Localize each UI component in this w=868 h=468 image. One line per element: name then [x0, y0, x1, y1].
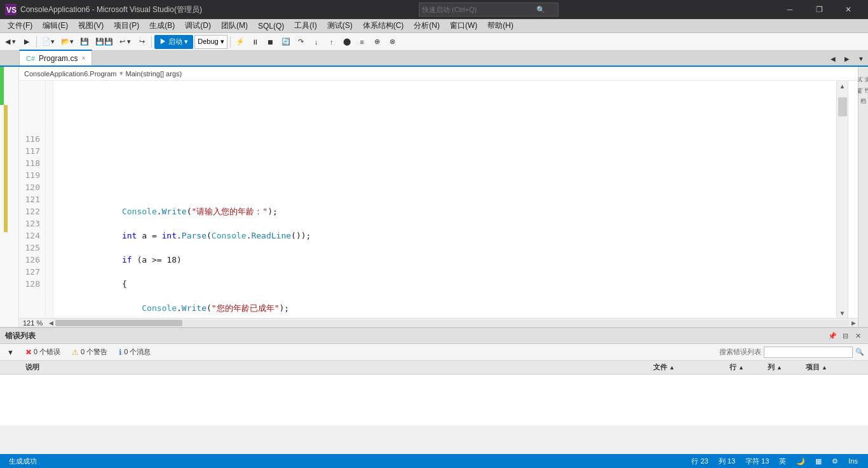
quick-launch-input[interactable] [422, 6, 536, 13]
warning-count: 0 个警告 [81, 347, 107, 357]
breadcrumb-bar: ConsoleApplication6.Program ▾ Main(strin… [19, 67, 858, 81]
error-panel-close-btn[interactable]: ✕ [853, 331, 863, 341]
extra-btn1[interactable]: ⊕ [370, 35, 384, 49]
error-icon: ✖ [25, 348, 32, 357]
toolbar-sep-3 [230, 36, 231, 48]
nav-back-btn[interactable]: ◀ ▾ [3, 35, 18, 49]
h-scroll-left-btn[interactable]: ◀ [46, 319, 55, 327]
break-btn[interactable]: ⏸ [248, 35, 262, 49]
h-scroll-right-btn[interactable]: ▶ [849, 319, 858, 327]
menu-window[interactable]: 窗口(W) [445, 19, 482, 33]
status-settings-btn[interactable]: ⚙ [827, 457, 843, 465]
more-btn[interactable]: ≡ [355, 35, 369, 49]
menu-test[interactable]: 测试(S) [322, 19, 358, 33]
status-insert[interactable]: Ins [843, 457, 863, 465]
toolbar-sep-1 [36, 36, 37, 48]
vertical-scrollbar[interactable]: ▲ ▼ [836, 81, 848, 318]
menu-debug[interactable]: 调试(D) [180, 19, 216, 33]
save-all-btn[interactable]: 💾💾 [93, 35, 116, 49]
error-count: 0 个错误 [34, 347, 60, 357]
breadcrumb-sep: ▾ [119, 69, 123, 78]
breadcrumb-namespace[interactable]: ConsoleApplication6.Program [24, 70, 117, 78]
menu-team[interactable]: 团队(M) [216, 19, 253, 33]
status-theme-btn[interactable]: 🌙 [791, 457, 810, 465]
restore-button[interactable]: ❐ [804, 0, 834, 19]
step-into-btn[interactable]: ↓ [309, 35, 323, 49]
bp-btn[interactable]: ⬤ [340, 35, 354, 49]
debug-config-dropdown[interactable]: Debug ▾ [194, 35, 227, 49]
save-btn[interactable]: 💾 [78, 35, 92, 49]
step-over-btn[interactable]: ↷ [294, 35, 308, 49]
menu-file[interactable]: 文件(F) [3, 19, 37, 33]
file-sort-icon [669, 363, 675, 371]
error-search-input[interactable] [764, 347, 853, 358]
error-panel-dock-btn[interactable]: ⊟ [840, 331, 850, 341]
editor-container: ConsoleApplication6.Program ▾ Main(strin… [19, 67, 858, 327]
menu-analyze[interactable]: 分析(N) [409, 19, 445, 33]
status-layout-btn[interactable]: ▦ [810, 457, 827, 465]
code-area[interactable]: 116 117 118 119 120 121 122 123 124 125 … [19, 81, 858, 318]
minimize-button[interactable]: ─ [775, 0, 804, 19]
tab-close-btn[interactable]: × [81, 55, 85, 62]
restart-btn[interactable]: 🔄 [279, 35, 293, 49]
col-col[interactable]: 列 [764, 362, 802, 372]
quick-launch-bar[interactable]: 🔍 [419, 3, 559, 17]
info-icon: ℹ [119, 348, 122, 357]
h-scroll-track[interactable] [55, 320, 849, 326]
col-file[interactable]: 文件 [649, 362, 726, 372]
error-panel-controls: 📌 ⊟ ✕ [827, 331, 863, 341]
scroll-down-btn[interactable]: ▼ [837, 308, 848, 318]
tab-bar: C# Program.cs × ◀ ▶ ▼ [0, 51, 868, 67]
filter-all-btn[interactable]: ▼ [4, 345, 17, 359]
menu-tools[interactable]: 工具(I) [289, 19, 322, 33]
error-panel-header: 错误列表 📌 ⊟ ✕ [0, 328, 868, 344]
close-button[interactable]: ✕ [834, 0, 863, 19]
nav-forward-btn[interactable]: ▶ [20, 35, 34, 49]
status-char[interactable]: 字符 13 [740, 457, 774, 466]
error-table-header: 说明 文件 行 列 项目 [0, 361, 868, 375]
search-icon: 🔍 [536, 6, 545, 14]
col-project[interactable]: 项目 [802, 362, 865, 372]
menu-edit[interactable]: 编辑(E) [37, 19, 73, 33]
change-indicator-green [0, 67, 4, 105]
toolbar-sep-2 [151, 36, 152, 48]
redo-btn[interactable]: ↪ [135, 35, 149, 49]
new-project-btn[interactable]: 📄▾ [39, 35, 57, 49]
status-col[interactable]: 列 13 [714, 457, 740, 466]
extra-btn2[interactable]: ⊗ [386, 35, 400, 49]
menu-arch[interactable]: 体系结构(C) [358, 19, 409, 33]
stop-btn[interactable]: ⏹ [264, 35, 278, 49]
error-panel-pin-btn[interactable]: 📌 [827, 331, 837, 341]
filter-error-btn[interactable]: ✖ 0 个错误 [22, 345, 64, 359]
breadcrumb-method[interactable]: Main(string[] args) [126, 70, 182, 78]
svg-text:VS: VS [6, 6, 17, 15]
attach-btn[interactable]: ⚡ [233, 35, 247, 49]
line-sort-icon [738, 363, 744, 371]
scroll-thumb[interactable] [838, 97, 847, 116]
menu-build[interactable]: 生成(B) [144, 19, 180, 33]
error-search-icon: 🔍 [855, 348, 864, 356]
status-line[interactable]: 行 23 [686, 457, 713, 466]
vs-logo: VS [5, 4, 17, 15]
tab-program-cs[interactable]: C# Program.cs × [19, 50, 92, 65]
tab-dropdown-btn[interactable]: ▼ [854, 52, 868, 65]
col-desc[interactable]: 说明 [22, 362, 649, 372]
menu-help[interactable]: 帮助(H) [482, 19, 519, 33]
h-scroll-thumb[interactable] [55, 320, 182, 326]
col-line[interactable]: 行 [726, 362, 764, 372]
tab-scroll-left[interactable]: ◀ [826, 52, 840, 65]
menu-view[interactable]: 视图(V) [73, 19, 109, 33]
undo-btn[interactable]: ↩ ▾ [117, 35, 133, 49]
scroll-up-btn[interactable]: ▲ [837, 81, 848, 91]
col-sort-icon [776, 363, 782, 371]
menu-project[interactable]: 项目(P) [109, 19, 144, 33]
tab-scroll-right[interactable]: ▶ [840, 52, 854, 65]
start-debug-btn[interactable]: ▶ 启动 ▾ [154, 35, 193, 49]
code-editor[interactable]: Console.Write("请输入您的年龄："); int a = int.P… [53, 81, 836, 318]
step-out-btn[interactable]: ↑ [325, 35, 339, 49]
filter-warning-btn[interactable]: ⚠ 0 个警告 [69, 345, 111, 359]
scroll-track[interactable] [837, 91, 848, 308]
menu-sql[interactable]: SQL(Q) [253, 19, 289, 33]
filter-message-btn[interactable]: ℹ 0 个消息 [116, 345, 154, 359]
open-btn[interactable]: 📂▾ [58, 35, 76, 49]
